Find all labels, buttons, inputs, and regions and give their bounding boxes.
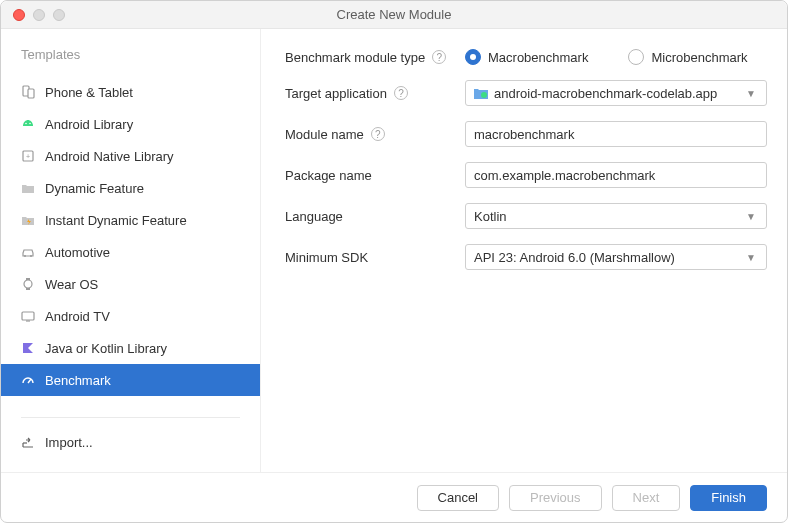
select-value: android-macrobenchmark-codelab.app (494, 86, 717, 101)
sidebar-item-wear-os[interactable]: Wear OS (1, 268, 260, 300)
input-package-name[interactable] (465, 162, 767, 188)
svg-point-2 (25, 123, 27, 125)
android-icon (21, 117, 35, 131)
native-icon: + (21, 149, 35, 163)
help-icon[interactable]: ? (394, 86, 408, 100)
sidebar-templates: Templates Phone & Tablet Android Library… (1, 29, 261, 472)
svg-point-6 (24, 255, 26, 257)
finish-button[interactable]: Finish (690, 485, 767, 511)
label-module-name: Module name (285, 127, 364, 142)
sidebar-item-label: Java or Kotlin Library (45, 341, 167, 356)
next-button: Next (612, 485, 681, 511)
dialog-footer: Cancel Previous Next Finish (1, 472, 787, 522)
sidebar-item-automotive[interactable]: Automotive (1, 236, 260, 268)
svg-point-8 (24, 280, 32, 288)
sidebar-item-label: Wear OS (45, 277, 98, 292)
folder-icon (21, 181, 35, 195)
form-panel: Benchmark module type ? Macrobenchmark M… (261, 29, 787, 472)
sidebar-item-phone-tablet[interactable]: Phone & Tablet (1, 76, 260, 108)
radio-macrobenchmark[interactable]: Macrobenchmark (465, 49, 588, 65)
sidebar-item-label: Benchmark (45, 373, 111, 388)
folder-instant-icon (21, 213, 35, 227)
svg-rect-11 (22, 312, 34, 320)
titlebar: Create New Module (1, 1, 787, 29)
sidebar-item-label: Android TV (45, 309, 110, 324)
sidebar-item-label: Dynamic Feature (45, 181, 144, 196)
help-icon[interactable]: ? (432, 50, 446, 64)
select-target-application[interactable]: android-macrobenchmark-codelab.app ▼ (465, 80, 767, 106)
svg-point-3 (29, 123, 31, 125)
svg-rect-1 (28, 89, 34, 98)
label-package-name: Package name (285, 168, 372, 183)
label-language: Language (285, 209, 343, 224)
sidebar-item-android-tv[interactable]: Android TV (1, 300, 260, 332)
tv-icon (21, 309, 35, 323)
radio-microbenchmark[interactable]: Microbenchmark (628, 49, 747, 65)
car-icon (21, 245, 35, 259)
window-title: Create New Module (1, 7, 787, 22)
dialog-create-new-module: Create New Module Templates Phone & Tabl… (0, 0, 788, 523)
chevron-down-icon: ▼ (740, 248, 762, 267)
sidebar-header: Templates (1, 43, 260, 76)
sidebar-item-android-library[interactable]: Android Library (1, 108, 260, 140)
select-language[interactable]: Kotlin ▼ (465, 203, 767, 229)
module-icon (474, 87, 488, 99)
select-minimum-sdk[interactable]: API 23: Android 6.0 (Marshmallow) ▼ (465, 244, 767, 270)
svg-line-13 (28, 379, 31, 383)
speedometer-icon (21, 373, 35, 387)
previous-button: Previous (509, 485, 602, 511)
phone-icon (21, 85, 35, 99)
sidebar-item-label: Phone & Tablet (45, 85, 133, 100)
sidebar-item-import[interactable]: Import... (1, 426, 260, 458)
svg-point-15 (481, 92, 487, 98)
select-value: API 23: Android 6.0 (Marshmallow) (474, 250, 675, 265)
svg-text:+: + (26, 153, 30, 160)
watch-icon (21, 277, 35, 291)
svg-rect-10 (26, 288, 30, 290)
sidebar-item-java-kotlin-library[interactable]: Java or Kotlin Library (1, 332, 260, 364)
sidebar-item-dynamic-feature[interactable]: Dynamic Feature (1, 172, 260, 204)
sidebar-item-android-native-library[interactable]: + Android Native Library (1, 140, 260, 172)
select-value: Kotlin (474, 209, 507, 224)
sidebar-item-benchmark[interactable]: Benchmark (1, 364, 260, 396)
label-benchmark-type: Benchmark module type (285, 50, 425, 65)
svg-rect-9 (26, 278, 30, 280)
sidebar-item-label: Automotive (45, 245, 110, 260)
divider (21, 417, 240, 418)
sidebar-item-label: Instant Dynamic Feature (45, 213, 187, 228)
input-module-name[interactable] (465, 121, 767, 147)
sidebar-item-label: Import... (45, 435, 93, 450)
cancel-button[interactable]: Cancel (417, 485, 499, 511)
sidebar-item-instant-dynamic-feature[interactable]: Instant Dynamic Feature (1, 204, 260, 236)
radio-label: Macrobenchmark (488, 50, 588, 65)
help-icon[interactable]: ? (371, 127, 385, 141)
label-target-application: Target application (285, 86, 387, 101)
radio-label: Microbenchmark (651, 50, 747, 65)
import-icon (21, 435, 35, 449)
sidebar-item-label: Android Library (45, 117, 133, 132)
svg-point-7 (30, 255, 32, 257)
chevron-down-icon: ▼ (740, 84, 762, 103)
label-minimum-sdk: Minimum SDK (285, 250, 368, 265)
chevron-down-icon: ▼ (740, 207, 762, 226)
sidebar-item-label: Android Native Library (45, 149, 174, 164)
kotlin-icon (21, 341, 35, 355)
